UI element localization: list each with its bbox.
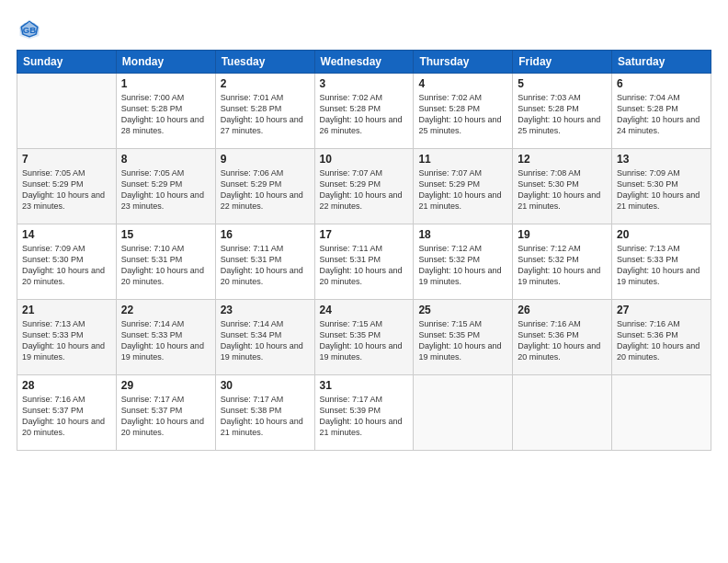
day-number: 17 xyxy=(320,228,409,241)
day-number: 6 xyxy=(617,77,706,90)
weekday-header-monday: Monday xyxy=(116,51,215,74)
day-number: 7 xyxy=(22,153,111,166)
day-number: 20 xyxy=(617,228,706,241)
calendar-cell: 6Sunrise: 7:04 AMSunset: 5:28 PMDaylight… xyxy=(612,74,711,149)
day-number: 5 xyxy=(518,77,607,90)
calendar-cell xyxy=(612,375,711,451)
day-number: 2 xyxy=(221,77,310,90)
day-number: 21 xyxy=(22,304,111,316)
calendar-cell: 27Sunrise: 7:16 AMSunset: 5:36 PMDayligh… xyxy=(612,300,711,375)
day-number: 27 xyxy=(617,304,706,316)
day-info: Sunrise: 7:07 AMSunset: 5:29 PMDaylight:… xyxy=(320,167,409,213)
logo: GB xyxy=(17,17,46,42)
calendar-week-1: 1Sunrise: 7:00 AMSunset: 5:28 PMDaylight… xyxy=(17,74,711,149)
calendar-cell: 3Sunrise: 7:02 AMSunset: 5:28 PMDaylight… xyxy=(314,74,414,149)
day-info: Sunrise: 7:01 AMSunset: 5:28 PMDaylight:… xyxy=(221,92,310,137)
calendar-cell: 14Sunrise: 7:09 AMSunset: 5:30 PMDayligh… xyxy=(17,224,117,300)
day-info: Sunrise: 7:05 AMSunset: 5:29 PMDaylight:… xyxy=(121,167,210,213)
weekday-header-thursday: Thursday xyxy=(414,51,513,74)
weekday-header-tuesday: Tuesday xyxy=(215,51,314,74)
day-info: Sunrise: 7:14 AMSunset: 5:33 PMDaylight:… xyxy=(121,318,210,363)
day-info: Sunrise: 7:09 AMSunset: 5:30 PMDaylight:… xyxy=(22,243,111,288)
calendar-cell: 20Sunrise: 7:13 AMSunset: 5:33 PMDayligh… xyxy=(612,224,711,300)
day-number: 19 xyxy=(518,228,607,241)
calendar-cell: 22Sunrise: 7:14 AMSunset: 5:33 PMDayligh… xyxy=(116,300,215,375)
day-number: 12 xyxy=(518,153,607,166)
day-number: 23 xyxy=(221,304,310,316)
day-number: 14 xyxy=(22,228,111,241)
calendar-week-3: 14Sunrise: 7:09 AMSunset: 5:30 PMDayligh… xyxy=(17,224,711,300)
calendar-cell: 7Sunrise: 7:05 AMSunset: 5:29 PMDaylight… xyxy=(17,149,117,224)
calendar-cell xyxy=(17,74,117,149)
day-number: 8 xyxy=(121,153,210,166)
day-number: 22 xyxy=(121,304,210,316)
calendar-cell: 12Sunrise: 7:08 AMSunset: 5:30 PMDayligh… xyxy=(513,149,612,224)
calendar-cell: 17Sunrise: 7:11 AMSunset: 5:31 PMDayligh… xyxy=(314,224,414,300)
weekday-header-sunday: Sunday xyxy=(17,51,117,74)
calendar-cell: 5Sunrise: 7:03 AMSunset: 5:28 PMDaylight… xyxy=(513,74,612,149)
day-info: Sunrise: 7:10 AMSunset: 5:31 PMDaylight:… xyxy=(121,243,210,288)
day-number: 24 xyxy=(320,304,409,316)
day-info: Sunrise: 7:06 AMSunset: 5:29 PMDaylight:… xyxy=(221,167,310,213)
weekday-header-saturday: Saturday xyxy=(612,51,711,74)
calendar-cell: 9Sunrise: 7:06 AMSunset: 5:29 PMDaylight… xyxy=(215,149,314,224)
day-info: Sunrise: 7:17 AMSunset: 5:37 PMDaylight:… xyxy=(121,394,210,439)
calendar-cell: 26Sunrise: 7:16 AMSunset: 5:36 PMDayligh… xyxy=(513,300,612,375)
calendar-cell: 2Sunrise: 7:01 AMSunset: 5:28 PMDaylight… xyxy=(215,74,314,149)
header: GB xyxy=(17,17,711,42)
calendar-cell: 8Sunrise: 7:05 AMSunset: 5:29 PMDaylight… xyxy=(116,149,215,224)
calendar-week-4: 21Sunrise: 7:13 AMSunset: 5:33 PMDayligh… xyxy=(17,300,711,375)
calendar-cell: 21Sunrise: 7:13 AMSunset: 5:33 PMDayligh… xyxy=(17,300,117,375)
day-number: 15 xyxy=(121,228,210,241)
day-number: 25 xyxy=(418,304,507,316)
day-info: Sunrise: 7:15 AMSunset: 5:35 PMDaylight:… xyxy=(418,318,507,363)
day-info: Sunrise: 7:02 AMSunset: 5:28 PMDaylight:… xyxy=(320,92,409,137)
day-info: Sunrise: 7:05 AMSunset: 5:29 PMDaylight:… xyxy=(22,167,111,213)
day-info: Sunrise: 7:11 AMSunset: 5:31 PMDaylight:… xyxy=(221,243,310,288)
day-info: Sunrise: 7:16 AMSunset: 5:36 PMDaylight:… xyxy=(518,318,607,363)
calendar-cell: 25Sunrise: 7:15 AMSunset: 5:35 PMDayligh… xyxy=(414,300,513,375)
day-info: Sunrise: 7:09 AMSunset: 5:30 PMDaylight:… xyxy=(617,167,706,213)
calendar-week-2: 7Sunrise: 7:05 AMSunset: 5:29 PMDaylight… xyxy=(17,149,711,224)
day-number: 1 xyxy=(121,77,210,90)
svg-text:GB: GB xyxy=(23,25,36,35)
day-info: Sunrise: 7:00 AMSunset: 5:28 PMDaylight:… xyxy=(121,92,210,137)
calendar-cell: 18Sunrise: 7:12 AMSunset: 5:32 PMDayligh… xyxy=(414,224,513,300)
calendar-cell: 31Sunrise: 7:17 AMSunset: 5:39 PMDayligh… xyxy=(314,375,414,451)
day-number: 30 xyxy=(221,379,310,392)
weekday-header-row: SundayMondayTuesdayWednesdayThursdayFrid… xyxy=(17,51,711,74)
calendar-week-5: 28Sunrise: 7:16 AMSunset: 5:37 PMDayligh… xyxy=(17,375,711,451)
day-info: Sunrise: 7:11 AMSunset: 5:31 PMDaylight:… xyxy=(320,243,409,288)
calendar-table: SundayMondayTuesdayWednesdayThursdayFrid… xyxy=(17,50,711,451)
weekday-header-wednesday: Wednesday xyxy=(314,51,414,74)
day-info: Sunrise: 7:16 AMSunset: 5:37 PMDaylight:… xyxy=(22,394,111,439)
day-number: 18 xyxy=(418,228,507,241)
day-info: Sunrise: 7:04 AMSunset: 5:28 PMDaylight:… xyxy=(617,92,706,137)
day-number: 16 xyxy=(221,228,310,241)
weekday-header-friday: Friday xyxy=(513,51,612,74)
day-info: Sunrise: 7:17 AMSunset: 5:39 PMDaylight:… xyxy=(320,394,409,439)
day-number: 10 xyxy=(320,153,409,166)
day-info: Sunrise: 7:07 AMSunset: 5:29 PMDaylight:… xyxy=(418,167,507,213)
day-number: 11 xyxy=(418,153,507,166)
calendar-cell xyxy=(414,375,513,451)
day-number: 31 xyxy=(320,379,409,392)
calendar-cell: 10Sunrise: 7:07 AMSunset: 5:29 PMDayligh… xyxy=(314,149,414,224)
day-number: 3 xyxy=(320,77,409,90)
calendar-cell: 13Sunrise: 7:09 AMSunset: 5:30 PMDayligh… xyxy=(612,149,711,224)
calendar-cell: 30Sunrise: 7:17 AMSunset: 5:38 PMDayligh… xyxy=(215,375,314,451)
calendar-cell: 29Sunrise: 7:17 AMSunset: 5:37 PMDayligh… xyxy=(116,375,215,451)
day-info: Sunrise: 7:13 AMSunset: 5:33 PMDaylight:… xyxy=(617,243,706,288)
day-number: 9 xyxy=(221,153,310,166)
day-info: Sunrise: 7:08 AMSunset: 5:30 PMDaylight:… xyxy=(518,167,607,213)
calendar-cell: 15Sunrise: 7:10 AMSunset: 5:31 PMDayligh… xyxy=(116,224,215,300)
day-number: 13 xyxy=(617,153,706,166)
day-number: 26 xyxy=(518,304,607,316)
day-info: Sunrise: 7:15 AMSunset: 5:35 PMDaylight:… xyxy=(320,318,409,363)
calendar-cell: 11Sunrise: 7:07 AMSunset: 5:29 PMDayligh… xyxy=(414,149,513,224)
day-number: 29 xyxy=(121,379,210,392)
day-info: Sunrise: 7:14 AMSunset: 5:34 PMDaylight:… xyxy=(221,318,310,363)
calendar-cell: 19Sunrise: 7:12 AMSunset: 5:32 PMDayligh… xyxy=(513,224,612,300)
day-number: 28 xyxy=(22,379,111,392)
calendar-cell: 4Sunrise: 7:02 AMSunset: 5:28 PMDaylight… xyxy=(414,74,513,149)
